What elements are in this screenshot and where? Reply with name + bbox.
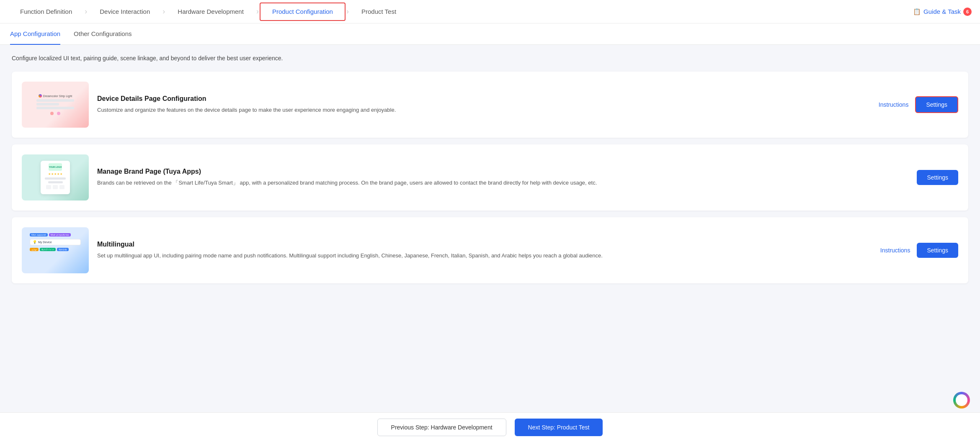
nav-separator-1: › (84, 7, 88, 16)
tuya-fab-inner (956, 394, 967, 406)
nav-item-product-configuration[interactable]: Product Configuration (260, 3, 346, 21)
card-device-details: Dreamcolor Strip Light Device Details Pa… (12, 72, 968, 138)
tab-app-configuration[interactable]: App Configuration (10, 23, 60, 45)
next-step-button[interactable]: Next Step: Product Test (515, 419, 603, 436)
card-device-details-desc: Customize and organize the features on t… (97, 106, 870, 115)
card-multilingual-title: Multilingual (97, 241, 872, 248)
guide-task-badge: 6 (963, 8, 972, 16)
bottom-footer: Previous Step: Hardware Development Next… (0, 412, 980, 440)
page-description: Configure localized UI text, pairing gui… (12, 55, 968, 62)
card-multilingual-actions: Instructions Settings (880, 243, 958, 258)
settings-button-device-details[interactable]: Settings (915, 96, 958, 113)
brand-stars: ★★★★★ (48, 172, 63, 176)
tuya-fab[interactable] (953, 392, 970, 409)
nav-separator-2: › (162, 7, 166, 16)
thumbnail-multilingual: Mon appareil Моё устройство 💡 My Device … (22, 227, 89, 273)
guide-task-button[interactable]: 📋 Guide & Task 6 (913, 8, 972, 16)
top-nav: Function Definition › Device Interaction… (0, 0, 980, 23)
card-brand-page: YOUR LOGO ★★★★★ Manage Brand Page (Tuya … (12, 144, 968, 211)
instructions-button-device-details[interactable]: Instructions (879, 101, 909, 108)
card-brand-page-actions: Settings (883, 170, 958, 185)
nav-separator-3: › (255, 7, 260, 16)
card-multilingual: Mon appareil Моё устройство 💡 My Device … (12, 217, 968, 283)
guide-icon: 📋 (913, 8, 921, 15)
settings-button-brand-page[interactable]: Settings (917, 170, 958, 185)
brand-logo-placeholder: YOUR LOGO (49, 163, 62, 171)
sub-tabs: App Configuration Other Configurations (0, 23, 980, 45)
card-device-details-actions: Instructions Settings (879, 96, 958, 113)
prev-step-button[interactable]: Previous Step: Hardware Development (377, 419, 506, 436)
card-brand-page-info: Manage Brand Page (Tuya Apps) Brands can… (97, 168, 874, 188)
card-brand-page-title: Manage Brand Page (Tuya Apps) (97, 168, 874, 175)
nav-item-product-test[interactable]: Product Test (350, 0, 408, 23)
thumbnail-device-details: Dreamcolor Strip Light (22, 82, 89, 128)
card-brand-page-desc: Brands can be retrieved on the 「Smart Li… (97, 179, 874, 188)
tab-other-configurations[interactable]: Other Configurations (74, 23, 132, 45)
card-multilingual-desc: Set up multilingual app UI, including pa… (97, 252, 872, 260)
main-content: Configure localized UI text, pairing gui… (0, 45, 980, 440)
card-device-details-info: Device Details Page Configuration Custom… (97, 95, 870, 115)
nav-item-hardware-development[interactable]: Hardware Development (166, 0, 255, 23)
instructions-button-multilingual[interactable]: Instructions (880, 247, 910, 254)
settings-button-multilingual[interactable]: Settings (917, 243, 958, 258)
card-device-details-title: Device Details Page Configuration (97, 95, 870, 103)
thumbnail-brand-page: YOUR LOGO ★★★★★ (22, 154, 89, 200)
card-multilingual-info: Multilingual Set up multilingual app UI,… (97, 241, 872, 260)
nav-item-device-interaction[interactable]: Device Interaction (88, 0, 162, 23)
nav-item-function-definition[interactable]: Function Definition (8, 0, 84, 23)
nav-separator-4: › (346, 7, 350, 16)
